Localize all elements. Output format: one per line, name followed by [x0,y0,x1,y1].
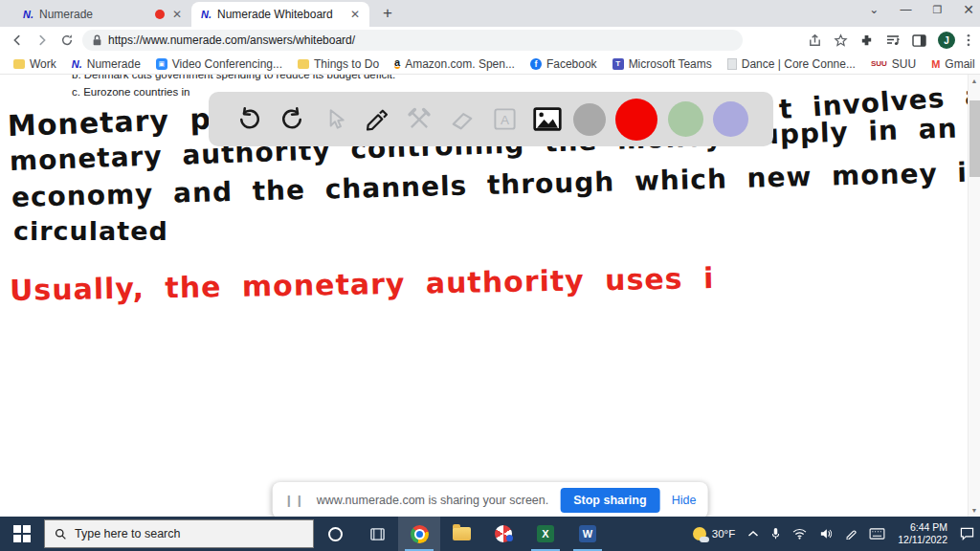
tab-numerade-whiteboard[interactable]: N. Numerade Whiteboard ✕ [191,2,369,27]
zoom-icon: ▣ [156,58,167,70]
tab-numerade[interactable]: N. Numerade ✕ [13,2,191,27]
taskbar-clock[interactable]: 6:44 PM 12/11/2022 [898,521,947,546]
bookmark-video-conferencing[interactable]: ▣Video Conferencing... [150,55,288,73]
bookmark-gmail[interactable]: MGmail [925,55,980,73]
scroll-down-icon[interactable]: ▼ [969,507,980,514]
microphone-tray-icon[interactable] [771,527,780,540]
volume-tray-icon[interactable] [819,528,833,540]
text-tool-icon[interactable]: A [488,103,521,136]
bookmark-star-icon[interactable] [834,33,848,48]
file-explorer-icon [453,527,471,540]
color-swatch-purple[interactable] [713,101,748,137]
share-icon[interactable] [808,33,822,48]
handwriting-red-line1: Usually, the monetary authority uses i [10,261,715,307]
numerade-favicon-icon: N. [23,9,33,20]
scrollbar-thumb[interactable] [969,100,980,177]
hidden-icons-chevron-icon[interactable] [747,530,759,538]
facebook-icon: f [530,58,542,70]
url-input[interactable]: https://www.numerade.com/answers/whitebo… [82,30,743,51]
address-bar: https://www.numerade.com/answers/whitebo… [0,27,980,54]
hide-share-bar-link[interactable]: Hide [672,494,697,507]
tab-close-icon[interactable]: ✕ [170,8,184,21]
system-tray: 30°F 6:44 PM 12/11/2022 [687,517,980,551]
temperature: 30°F [712,528,735,540]
taskbar-word-button[interactable]: W [567,517,609,551]
start-button[interactable] [0,517,44,551]
excel-icon: X [537,525,554,542]
vertical-scrollbar[interactable]: ▲ ▼ [968,75,980,517]
suu-icon: SUU [871,59,887,68]
taskbar-file-explorer-button[interactable] [440,517,482,551]
taskbar-excel-button[interactable]: X [524,517,567,551]
forward-button[interactable] [33,31,52,50]
eraser-icon[interactable] [446,103,479,136]
bookmarks-bar: Work N.Numerade ▣Video Conferencing... T… [0,54,980,75]
pointer-icon[interactable] [319,103,351,136]
minimize-button[interactable]: — [900,3,911,16]
question-text-line: b. Denmark cuts government spending to r… [72,75,395,80]
lock-icon [92,34,102,46]
shapes-tools-icon[interactable] [403,103,435,136]
color-swatch-gray[interactable] [573,103,606,136]
tab-bar: N. Numerade ✕ N. Numerade Whiteboard ✕ +… [0,0,980,27]
screen-share-bar: ❙❙ www.numerade.com is sharing your scre… [273,482,708,517]
side-panel-icon[interactable] [912,34,926,47]
bookmark-numerade[interactable]: N.Numerade [66,55,146,73]
tab-title: Numerade [39,8,149,21]
svg-text:A: A [501,113,509,127]
drag-handle-icon[interactable]: ❙❙ [284,494,305,507]
taskbar-chrome-button[interactable] [398,517,440,551]
back-button[interactable] [8,31,27,50]
bookmark-suu[interactable]: SUUSUU [865,55,922,73]
cortana-icon [328,527,343,541]
weather-widget[interactable]: 30°F [693,527,735,540]
bookmark-teams[interactable]: TMicrosoft Teams [607,55,718,73]
pen-tray-icon[interactable] [845,528,857,540]
cortana-button[interactable] [314,517,356,551]
search-placeholder: Type here to search [75,527,180,540]
close-button[interactable]: ✕ [963,2,974,17]
undo-icon[interactable] [234,103,266,136]
tab-close-icon[interactable]: ✕ [348,8,362,21]
amazon-icon: a [394,58,400,69]
bookmark-things-to-do[interactable]: Things to Do [292,55,385,73]
clock-time: 6:44 PM [898,521,947,534]
bookmark-amazon[interactable]: aAmazon.com. Spen... [389,55,521,73]
media-controls-icon[interactable] [885,33,901,47]
insert-image-icon[interactable] [531,103,564,136]
extensions-icon[interactable] [859,33,874,48]
tab-search-chevron-icon[interactable]: ⌄ [869,3,879,16]
bookmark-dance-core[interactable]: Dance | Core Conne... [722,55,861,73]
new-tab-button[interactable]: + [377,4,398,23]
profile-avatar[interactable]: J [938,32,955,49]
color-swatch-green[interactable] [668,101,703,137]
reload-button[interactable] [57,31,77,50]
gmail-icon: M [931,58,940,70]
url-text: https://www.numerade.com/answers/whitebo… [108,33,355,47]
taskbar-search-input[interactable]: Type here to search [44,519,314,548]
teams-icon: T [612,58,624,70]
word-icon: W [579,525,596,542]
windows-logo-icon [13,525,31,542]
numerade-icon: N. [72,58,82,70]
recording-indicator-icon [155,10,165,19]
bookmark-work[interactable]: Work [8,55,62,73]
wifi-tray-icon[interactable] [792,528,807,540]
restore-button[interactable]: ❐ [932,4,942,16]
action-center-icon[interactable] [960,527,974,540]
color-swatch-red-selected[interactable] [615,99,657,141]
whiteboard-canvas[interactable]: b. Denmark cuts government spending to r… [0,75,980,517]
task-view-button[interactable] [356,517,398,551]
browser-window: N. Numerade ✕ N. Numerade Whiteboard ✕ +… [0,0,980,551]
scroll-up-icon[interactable]: ▲ [969,77,980,84]
stop-sharing-button[interactable]: Stop sharing [560,488,659,513]
pen-icon[interactable] [361,103,393,136]
folder-icon [298,59,309,69]
touch-keyboard-icon[interactable] [869,528,885,540]
numerade-favicon-icon: N. [201,9,212,20]
bookmark-facebook[interactable]: fFacebook [524,55,603,73]
redo-icon[interactable] [276,103,308,136]
taskbar-pinned-app-button[interactable] [482,517,524,551]
pinned-app-icon [495,525,512,542]
browser-menu-icon[interactable] [967,33,970,47]
